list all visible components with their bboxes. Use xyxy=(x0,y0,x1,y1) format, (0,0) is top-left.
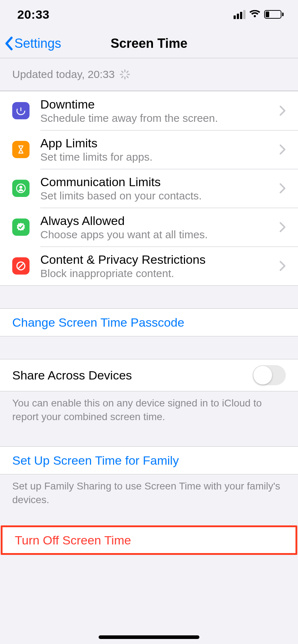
updated-label: Updated today, 20:33 xyxy=(12,68,115,80)
family-group: Set Up Screen Time for Family xyxy=(0,446,298,474)
row-set-up-family[interactable]: Set Up Screen Time for Family xyxy=(0,447,298,474)
row-always-allowed[interactable]: Always Allowed Choose apps you want at a… xyxy=(0,208,298,247)
row-title: Communication Limits xyxy=(40,175,276,189)
chevron-right-icon xyxy=(279,183,286,194)
cellular-signal-icon xyxy=(234,10,245,19)
share-toggle[interactable] xyxy=(253,365,286,385)
chevron-right-icon xyxy=(279,144,286,155)
svg-point-2 xyxy=(19,186,22,189)
page-title: Screen Time xyxy=(110,36,187,51)
row-content-privacy[interactable]: Content & Privacy Restrictions Block ina… xyxy=(0,247,298,285)
row-downtime[interactable]: Downtime Schedule time away from the scr… xyxy=(0,91,298,130)
row-communication-limits[interactable]: Communication Limits Set limits based on… xyxy=(0,169,298,208)
row-subtitle: Choose apps you want at all times. xyxy=(40,229,276,241)
home-indicator[interactable] xyxy=(99,635,199,639)
wifi-icon xyxy=(249,10,261,19)
nav-bar: Settings Screen Time xyxy=(0,29,298,58)
row-title: Share Across Devices xyxy=(12,368,253,382)
battery-icon xyxy=(264,10,284,19)
downtime-icon xyxy=(12,102,30,119)
svg-line-4 xyxy=(18,263,23,268)
row-turn-off-screen-time[interactable]: Turn Off Screen Time xyxy=(3,527,295,553)
screen-time-options-group: Downtime Schedule time away from the scr… xyxy=(0,91,298,286)
turn-off-group: Turn Off Screen Time xyxy=(3,527,295,553)
chevron-right-icon xyxy=(279,261,286,271)
status-bar: 20:33 xyxy=(0,0,298,29)
row-share-across-devices[interactable]: Share Across Devices xyxy=(0,359,298,391)
row-subtitle: Block inappropriate content. xyxy=(40,267,276,280)
row-subtitle: Set time limits for apps. xyxy=(40,151,276,163)
family-footer: Set up Family Sharing to use Screen Time… xyxy=(0,474,298,507)
row-app-limits[interactable]: App Limits Set time limits for apps. xyxy=(0,130,298,169)
share-group: Share Across Devices xyxy=(0,359,298,391)
row-title: Turn Off Screen Time xyxy=(15,533,283,547)
row-title: Content & Privacy Restrictions xyxy=(40,252,276,267)
row-subtitle: Schedule time away from the screen. xyxy=(40,112,276,124)
turn-off-highlight: Turn Off Screen Time xyxy=(1,525,297,555)
row-title: Change Screen Time Passcode xyxy=(12,315,286,330)
row-title: Downtime xyxy=(40,97,276,111)
share-footer: You can enable this on any device signed… xyxy=(0,391,298,424)
chevron-right-icon xyxy=(279,222,286,233)
chevron-left-icon xyxy=(4,36,14,51)
passcode-group: Change Screen Time Passcode xyxy=(0,308,298,336)
row-title: Set Up Screen Time for Family xyxy=(12,453,286,468)
contact-icon xyxy=(12,180,30,197)
updated-row: Updated today, 20:33 xyxy=(0,58,298,91)
hourglass-icon xyxy=(12,141,30,158)
loading-spinner-icon xyxy=(120,69,130,79)
no-entry-icon xyxy=(12,257,30,275)
chevron-right-icon xyxy=(279,105,286,116)
check-badge-icon xyxy=(12,218,30,236)
back-label: Settings xyxy=(14,36,61,51)
back-button[interactable]: Settings xyxy=(4,36,61,51)
row-change-passcode[interactable]: Change Screen Time Passcode xyxy=(0,309,298,336)
status-time: 20:33 xyxy=(17,8,49,22)
status-indicators xyxy=(234,10,284,19)
row-subtitle: Set limits based on your contacts. xyxy=(40,190,276,202)
row-title: App Limits xyxy=(40,136,276,150)
row-title: Always Allowed xyxy=(40,213,276,228)
